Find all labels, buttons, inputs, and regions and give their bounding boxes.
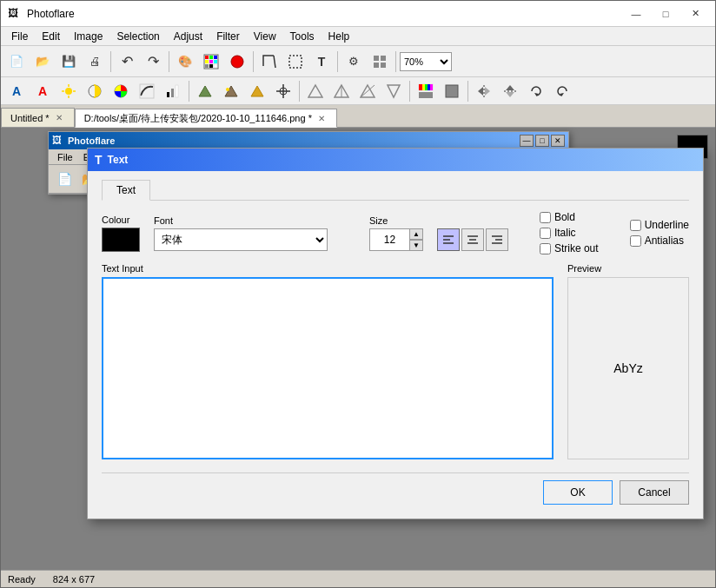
menu-help[interactable]: Help	[322, 29, 357, 44]
close-button[interactable]: ✕	[682, 4, 708, 23]
crosshair-btn[interactable]	[271, 79, 295, 103]
maximize-button[interactable]: □	[653, 4, 679, 23]
inner-minimize-btn[interactable]: —	[520, 135, 534, 147]
cancel-button[interactable]: Cancel	[620, 480, 689, 505]
settings-btn[interactable]: ⚙	[341, 50, 366, 74]
rotate2-btn[interactable]	[550, 79, 574, 103]
italic-checkbox-item[interactable]: Italic	[540, 227, 599, 239]
text-tool-btn[interactable]: T	[309, 50, 334, 74]
menu-adjust[interactable]: Adjust	[167, 29, 209, 44]
mountain-btn[interactable]	[193, 79, 217, 103]
contrast-btn[interactable]	[83, 79, 107, 103]
tab-untitled[interactable]: Untitled * ✕	[1, 108, 75, 127]
menu-filter[interactable]: Filter	[209, 29, 247, 44]
brightness-btn[interactable]	[56, 79, 81, 103]
select-btn[interactable]	[257, 50, 282, 74]
triangle3-btn[interactable]	[355, 79, 380, 103]
color-button[interactable]: 🎨	[173, 50, 197, 74]
size-input[interactable]	[369, 228, 409, 251]
antialias-checkbox-item[interactable]: Antialias	[630, 235, 689, 247]
tab-close-image[interactable]: ✕	[315, 112, 328, 124]
settings-icon: ⚙	[348, 55, 359, 68]
menu-tools[interactable]: Tools	[283, 29, 322, 44]
menu-edit[interactable]: Edit	[35, 29, 67, 44]
menu-image[interactable]: Image	[67, 29, 109, 44]
text-dialog: T Text Text Colour Font 宋	[87, 148, 704, 519]
strikeout-checkbox-item[interactable]: Strike out	[540, 242, 599, 254]
svg-line-41	[361, 85, 375, 97]
spin-down-btn[interactable]: ▼	[409, 240, 423, 251]
flip-btn[interactable]	[472, 79, 496, 103]
flip2-btn[interactable]	[498, 79, 522, 103]
italic-label: Italic	[554, 227, 576, 239]
italic-checkbox[interactable]	[540, 228, 551, 239]
font-select[interactable]: 宋体 Arial Times New Roman	[154, 228, 328, 251]
redo-button[interactable]: ↷	[141, 50, 165, 74]
underline-checkbox[interactable]	[630, 220, 641, 231]
color2-button[interactable]	[199, 50, 223, 74]
grid-btn[interactable]	[368, 50, 392, 74]
spin-up-btn[interactable]: ▲	[409, 228, 423, 240]
curve-btn[interactable]	[135, 79, 159, 103]
inner-close-btn[interactable]: ✕	[551, 135, 565, 147]
inner-menu-file[interactable]: File	[52, 151, 78, 163]
tab-label-untitled: Untitled *	[10, 113, 50, 123]
undo-button[interactable]: ↶	[115, 50, 139, 74]
rotate-btn[interactable]	[524, 79, 548, 103]
svg-marker-30	[199, 86, 211, 96]
tab-close-untitled[interactable]: ✕	[53, 112, 65, 124]
triangle3-icon	[360, 83, 375, 99]
svg-rect-14	[381, 56, 386, 61]
svg-rect-49	[419, 92, 433, 98]
bold-checkbox-item[interactable]: Bold	[540, 211, 599, 223]
golden-icon	[249, 83, 265, 99]
triangle-btn[interactable]	[303, 79, 328, 103]
new-button[interactable]: 📄	[4, 50, 29, 74]
svg-rect-45	[422, 84, 425, 90]
tab-bar: Untitled * ✕ D:/tools/桌面/待上传安装包/2020-10-…	[1, 105, 715, 128]
zoom-select[interactable]: 25% 50% 70% 100% 150% 200%	[400, 52, 452, 71]
text-textarea[interactable]	[102, 277, 554, 459]
font-a2-icon: A	[38, 84, 47, 98]
triangle2-btn[interactable]	[329, 79, 354, 103]
tab-image[interactable]: D:/tools/桌面/待上传安装包/2020-10-10_111646.png…	[75, 109, 337, 128]
bold-checkbox[interactable]	[540, 212, 551, 223]
hue-btn[interactable]	[109, 79, 133, 103]
dialog-content: Text Colour Font 宋体 Arial Times New Roma…	[88, 171, 703, 519]
svg-rect-48	[430, 84, 433, 90]
font-a-btn[interactable]: A	[4, 79, 29, 103]
circle-button[interactable]	[225, 50, 249, 74]
antialias-checkbox[interactable]	[630, 235, 641, 247]
minimize-button[interactable]: —	[623, 4, 649, 23]
inner-new-btn[interactable]: 📄	[52, 167, 76, 191]
rainbow-btn[interactable]	[414, 79, 438, 103]
strikeout-checkbox[interactable]	[540, 243, 551, 254]
inner-maximize-btn[interactable]: □	[535, 135, 549, 147]
golden-btn[interactable]	[245, 79, 269, 103]
align-left-btn[interactable]	[437, 228, 460, 251]
underline-checkbox-item[interactable]: Underline	[630, 219, 689, 231]
strikeout-label: Strike out	[554, 242, 599, 254]
align-center-btn[interactable]	[461, 228, 484, 251]
gray-btn[interactable]	[440, 79, 464, 103]
font-a2-btn[interactable]: A	[30, 79, 55, 103]
menu-selection[interactable]: Selection	[109, 29, 166, 44]
svg-rect-4	[205, 60, 209, 63]
menu-view[interactable]: View	[247, 29, 283, 44]
colour-box[interactable]	[102, 228, 140, 252]
rect-select-btn[interactable]	[283, 50, 308, 74]
levels-icon	[165, 83, 181, 99]
title-bar-controls: — □ ✕	[623, 4, 708, 23]
open-button[interactable]: 📂	[30, 50, 55, 74]
svg-rect-7	[205, 64, 209, 68]
ok-button[interactable]: OK	[543, 480, 613, 505]
mountain2-btn[interactable]	[219, 79, 243, 103]
save-icon: 💾	[62, 55, 76, 68]
save-button[interactable]: 💾	[56, 50, 81, 74]
levels-btn[interactable]	[161, 79, 185, 103]
triangle4-btn[interactable]	[381, 79, 406, 103]
dialog-tab-text[interactable]: Text	[102, 180, 150, 201]
print-button[interactable]: 🖨	[83, 50, 107, 74]
menu-file[interactable]: File	[4, 29, 35, 44]
align-right-btn[interactable]	[486, 228, 508, 251]
